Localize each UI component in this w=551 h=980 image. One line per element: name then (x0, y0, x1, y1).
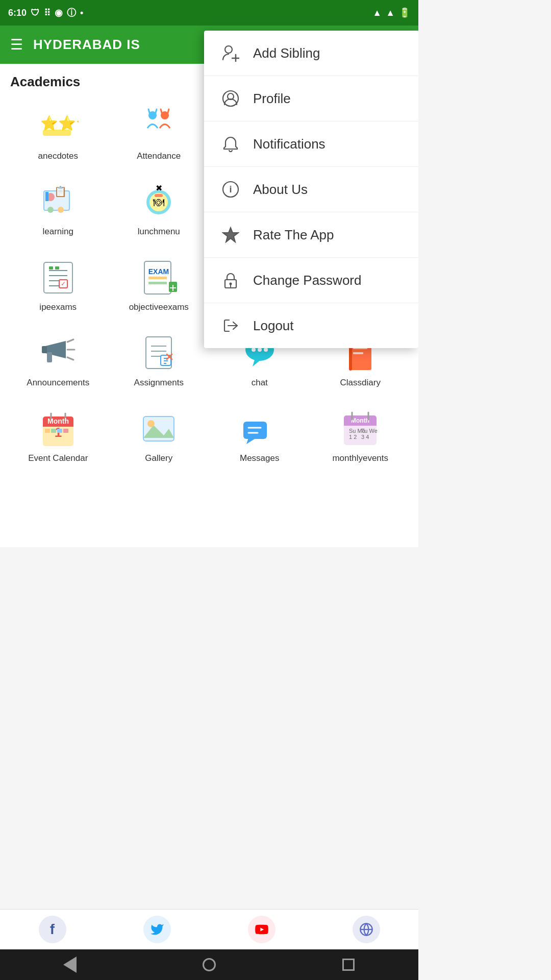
signal-icon: ▲ (386, 8, 395, 18)
status-shield-icon: 🛡 (31, 8, 40, 18)
lunchmenu-icon: 🍽 ✖ (138, 181, 179, 222)
anecdotes-label: anecdotes (38, 151, 78, 161)
battery-icon: 🔋 (399, 7, 410, 18)
svg-rect-64 (148, 282, 167, 284)
back-button[interactable] (60, 954, 80, 975)
status-right: ▲ ▲ 🔋 (372, 7, 410, 18)
monthlyevents-label: monthlyevents (332, 453, 388, 463)
monthlyevents-icon: Month Su Mo 1 2 Tu We 3 4 (340, 407, 381, 448)
svg-rect-14 (43, 130, 71, 136)
gallery-icon (138, 407, 179, 448)
objectiveexams-icon: EXAM (138, 256, 179, 297)
messages-label: Messages (240, 453, 279, 463)
ipeexams-label: ipeexams (39, 302, 77, 312)
grid-item-lunchmenu[interactable]: 🍽 ✖ lunchmenu (111, 174, 207, 244)
menu-button[interactable]: ☰ (10, 36, 23, 53)
menu-item-change-password[interactable]: Change Password (204, 258, 418, 303)
svg-rect-35 (45, 192, 48, 201)
svg-text:🍽: 🍽 (153, 196, 164, 209)
password-icon (219, 269, 242, 291)
grid-item-messages[interactable]: Messages (212, 400, 308, 471)
logout-label: Logout (253, 318, 294, 334)
svg-text:Month: Month (351, 417, 369, 424)
header-title: HYDERABAD IS (33, 37, 140, 53)
svg-rect-115 (45, 429, 50, 433)
grid-item-event-calendar[interactable]: Month 1 Event Calendar (10, 400, 106, 471)
youtube-button[interactable] (248, 916, 276, 943)
svg-text:📋: 📋 (54, 185, 67, 198)
grid-item-gallery[interactable]: Gallery (111, 400, 207, 471)
svg-point-100 (264, 348, 268, 352)
facebook-button[interactable]: f (39, 916, 66, 943)
learning-label: learning (43, 227, 74, 237)
home-button[interactable] (199, 954, 219, 975)
svg-text:Month: Month (47, 417, 69, 425)
menu-item-about-us[interactable]: i About Us (204, 167, 418, 212)
svg-rect-63 (148, 277, 167, 279)
twitter-icon (150, 922, 164, 937)
recent-button[interactable] (338, 954, 359, 975)
grid-item-attendance[interactable]: Attendance (111, 98, 207, 168)
status-left: 6:10 🛡 ⠿ ◉ ⓘ • (8, 7, 83, 19)
objectiveexams-label: objectiveexams (129, 302, 189, 312)
grid-item-monthlyevents[interactable]: Month Su Mo 1 2 Tu We 3 4 monthlyevents (313, 400, 409, 471)
youtube-icon (255, 922, 269, 937)
menu-item-logout[interactable]: Logout (204, 303, 418, 348)
facebook-icon: f (50, 921, 55, 938)
status-time: 6:10 (8, 8, 27, 18)
svg-point-33 (47, 207, 54, 213)
svg-rect-117 (57, 429, 62, 433)
announcements-label: Announcements (27, 378, 89, 388)
messages-icon (239, 407, 280, 448)
back-icon (63, 957, 77, 973)
chat-label: chat (252, 378, 268, 388)
svg-point-34 (58, 207, 64, 213)
svg-point-121 (147, 420, 155, 427)
social-bar: f (0, 909, 418, 949)
classdiary-label: Classdiary (340, 378, 381, 388)
gallery-label: Gallery (145, 453, 172, 463)
website-button[interactable] (353, 916, 380, 943)
svg-rect-118 (63, 429, 68, 433)
learning-icon: 📋 (38, 181, 79, 222)
grid-item-learning[interactable]: 📋 learning (10, 174, 106, 244)
svg-text:3  4: 3 4 (361, 434, 369, 440)
change-password-label: Change Password (253, 273, 361, 288)
grid-item-announcements[interactable]: Announcements (10, 325, 106, 395)
assignments-label: Assignments (134, 378, 184, 388)
recent-icon (342, 959, 355, 971)
event-calendar-icon: Month 1 (38, 407, 79, 448)
status-brand-icon: ⓘ (67, 7, 76, 19)
notifications-label: Notifications (253, 136, 325, 152)
svg-text:✖: ✖ (156, 184, 162, 192)
home-icon (203, 958, 216, 971)
menu-item-profile[interactable]: Profile (204, 76, 418, 121)
status-bar: 6:10 🛡 ⠿ ◉ ⓘ • ▲ ▲ 🔋 (0, 0, 418, 26)
svg-line-83 (67, 339, 73, 342)
dropdown-menu: Add Sibling Profile Notifications i (204, 31, 418, 348)
menu-item-add-sibling[interactable]: Add Sibling (204, 31, 418, 76)
profile-icon (219, 87, 242, 110)
website-icon (359, 922, 373, 937)
menu-item-rate-app[interactable]: Rate The App (204, 212, 418, 258)
svg-rect-40 (155, 194, 163, 197)
assignments-icon (138, 332, 179, 373)
grid-item-anecdotes[interactable]: ⭐⭐⭐ anecdotes (10, 98, 106, 168)
svg-rect-116 (51, 429, 56, 433)
svg-rect-81 (42, 346, 47, 353)
grid-item-objectiveexams[interactable]: EXAM objectiveexams (111, 249, 207, 320)
wifi-icon: ▲ (372, 8, 382, 18)
grid-item-ipeexams[interactable]: ✓ ipeexams (10, 249, 106, 320)
svg-text:1  2: 1 2 (349, 434, 357, 440)
grid-item-assignments[interactable]: Assignments (111, 325, 207, 395)
svg-line-85 (67, 357, 73, 360)
twitter-button[interactable] (143, 916, 171, 943)
add-sibling-icon (219, 42, 242, 64)
menu-item-notifications[interactable]: Notifications (204, 121, 418, 167)
profile-label: Profile (253, 91, 291, 107)
svg-point-0 (225, 46, 232, 53)
svg-text:i: i (229, 184, 232, 194)
attendance-icon (138, 105, 179, 146)
svg-point-99 (258, 348, 262, 352)
ipeexams-icon: ✓ (38, 256, 79, 297)
